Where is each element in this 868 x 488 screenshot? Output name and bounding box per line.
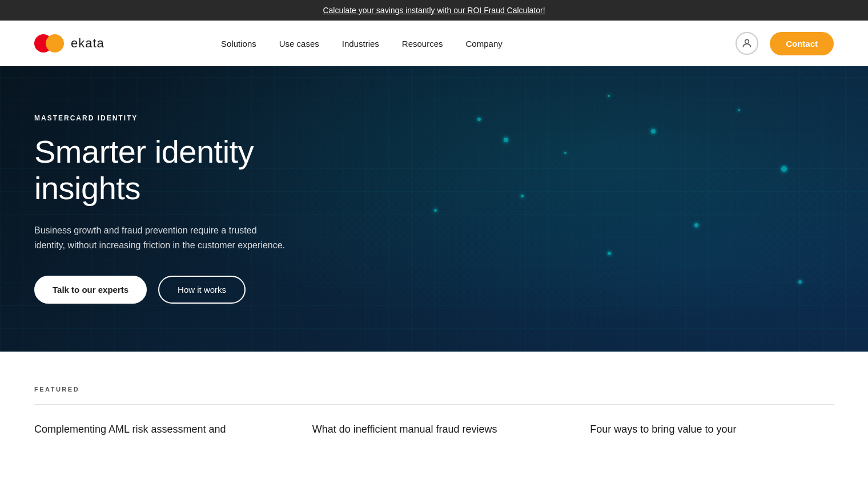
particle xyxy=(781,166,787,172)
hero-section: MASTERCARD IDENTITY Smarter identity ins… xyxy=(0,66,868,352)
hero-buttons: Talk to our experts How it works xyxy=(34,276,308,304)
hero-subtitle: Business growth and fraud prevention req… xyxy=(34,223,286,253)
nav-resources[interactable]: Resources xyxy=(402,39,443,49)
particle xyxy=(521,195,524,197)
featured-card-3-title: Four ways to bring value to your xyxy=(590,422,834,437)
mc-circle-right xyxy=(46,34,64,53)
nav-solutions[interactable]: Solutions xyxy=(221,39,256,49)
particle xyxy=(798,280,802,284)
particle xyxy=(738,109,740,111)
particle xyxy=(477,118,481,121)
hero-title: Smarter identity insights xyxy=(34,134,308,207)
nav-actions: Contact xyxy=(736,32,834,55)
featured-card-2[interactable]: What do inefficient manual fraud reviews xyxy=(312,422,556,437)
announcement-link[interactable]: Calculate your savings instantly with ou… xyxy=(323,6,545,15)
announcement-bar: Calculate your savings instantly with ou… xyxy=(0,0,868,21)
featured-card-1[interactable]: Complementing AML risk assessment and xyxy=(34,422,278,437)
navbar: ekata Solutions Use cases Industries Res… xyxy=(0,21,868,66)
featured-grid: Complementing AML risk assessment and Wh… xyxy=(34,422,834,437)
nav-company[interactable]: Company xyxy=(466,39,503,49)
talk-to-experts-button[interactable]: Talk to our experts xyxy=(34,276,147,304)
how-it-works-button[interactable]: How it works xyxy=(158,276,246,304)
featured-divider xyxy=(34,404,834,405)
nav-use-cases[interactable]: Use cases xyxy=(279,39,319,49)
brand-name: ekata xyxy=(71,36,105,51)
featured-section: FEATURED Complementing AML risk assessme… xyxy=(0,352,868,459)
particle xyxy=(434,209,437,212)
particle xyxy=(608,95,610,97)
user-login-button[interactable] xyxy=(736,32,758,55)
mastercard-logo xyxy=(34,34,64,53)
particle xyxy=(504,138,508,142)
featured-card-2-title: What do inefficient manual fraud reviews xyxy=(312,422,556,437)
contact-button[interactable]: Contact xyxy=(770,32,834,55)
particle xyxy=(608,252,611,255)
featured-card-1-title: Complementing AML risk assessment and xyxy=(34,422,278,437)
particle xyxy=(651,129,656,134)
nav-links: Solutions Use cases Industries Resources… xyxy=(221,39,503,49)
particle xyxy=(564,152,566,154)
featured-label: FEATURED xyxy=(34,386,834,393)
nav-industries[interactable]: Industries xyxy=(342,39,379,49)
featured-card-3[interactable]: Four ways to bring value to your xyxy=(590,422,834,437)
particle xyxy=(694,223,698,227)
user-icon xyxy=(741,38,753,49)
hero-eyebrow: MASTERCARD IDENTITY xyxy=(34,114,308,122)
logo-link[interactable]: ekata xyxy=(34,34,105,53)
svg-point-0 xyxy=(745,39,749,43)
hero-content: MASTERCARD IDENTITY Smarter identity ins… xyxy=(0,68,343,350)
